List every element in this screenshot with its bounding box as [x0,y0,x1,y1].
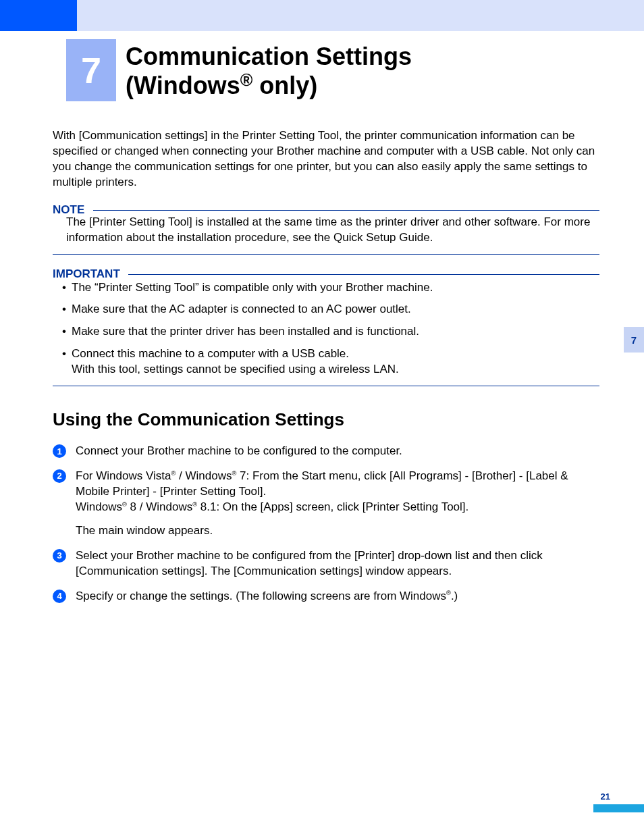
important-item: Make sure that the AC adapter is connect… [62,302,599,317]
step2-part: 8 / Windows [127,500,192,513]
note-label-text: NOTE [53,203,84,216]
section-title: Using the Communication Settings [53,408,599,432]
header-band [0,0,644,31]
page-number-bar [593,804,644,812]
step2-part: / Windows [176,469,232,482]
chapter-title-line2b: only) [252,72,317,99]
registered-mark-icon: ® [171,470,176,477]
step-text: Select your Brother machine to be config… [76,548,599,579]
chapter-title: Communication Settings (Windows® only) [126,42,412,100]
important-list: The “Printer Setting Tool” is compatible… [53,280,599,378]
page-number: 21 [601,791,610,802]
chapter-title-line2a: (Windows [126,72,240,99]
step-number-badge: 4 [53,590,66,603]
registered-mark-icon: ® [240,70,253,89]
step4-part: Specify or change the settings. (The fol… [76,590,446,602]
step-number-badge: 1 [53,444,66,458]
registered-mark-icon: ® [446,590,451,596]
important-header-rule [128,274,599,275]
intro-paragraph: With [Communication settings] in the Pri… [53,128,599,190]
step-text: Specify or change the settings. (The fol… [76,589,599,604]
important-item: Connect this machine to a computer with … [62,346,599,377]
main-content: With [Communication settings] in the Pri… [53,128,599,614]
registered-mark-icon: ® [232,470,236,477]
note-body: The [Printer Setting Tool] is installed … [66,215,599,246]
chapter-number: 7 [81,49,101,91]
step-text: For Windows Vista® / Windows® 7: From th… [76,469,599,539]
important-item: The “Printer Setting Tool” is compatible… [62,280,599,296]
important-item-text: Connect this machine to a computer with … [72,347,399,375]
header-blue-block [0,0,77,31]
step-row: 1 Connect your Brother machine to be con… [53,444,599,459]
note-header-rule [93,210,599,211]
side-tab: 7 [624,327,644,353]
note-footer-rule [53,254,599,255]
step-row: 4 Specify or change the settings. (The f… [53,589,599,604]
chapter-title-line1: Communication Settings [126,43,412,70]
step-text: Connect your Brother machine to be confi… [76,444,599,459]
step-number-badge: 2 [53,469,66,483]
important-label-text: IMPORTANT [53,267,120,280]
chapter-number-box: 7 [66,39,116,101]
step2-followup: The main window appears. [76,523,599,539]
step-number-badge: 3 [53,549,66,563]
side-tab-number: 7 [631,334,637,346]
step2-part: For Windows Vista [76,469,171,482]
step2-part: 8.1: On the [Apps] screen, click [Printe… [197,500,468,513]
note-label: NOTE [53,203,599,219]
step4-part: .) [451,590,458,602]
step2-part: Windows [76,500,122,513]
registered-mark-icon: ® [122,501,127,508]
important-item: Make sure that the printer driver has be… [62,324,599,340]
step-row: 2 For Windows Vista® / Windows® 7: From … [53,469,599,539]
important-footer-rule [53,386,599,386]
step-row: 3 Select your Brother machine to be conf… [53,548,599,579]
registered-mark-icon: ® [192,501,197,508]
